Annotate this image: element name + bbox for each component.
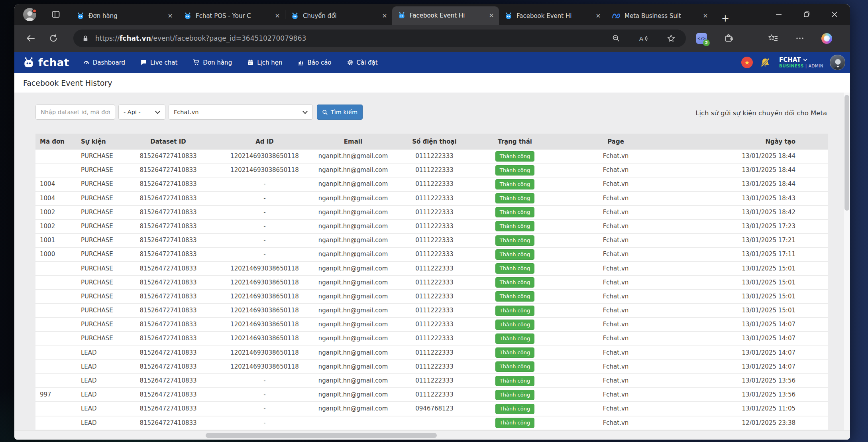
notification-dot-icon bbox=[32, 9, 37, 13]
collections-icon[interactable] bbox=[768, 34, 778, 43]
cell-su-kien: PURCHASE bbox=[77, 304, 120, 317]
tab-close-icon[interactable]: ✕ bbox=[701, 12, 710, 20]
nav-item-bao-cao[interactable]: Báo cáo bbox=[297, 59, 331, 66]
cell-su-kien: LEAD bbox=[77, 416, 120, 430]
tab-facebook-event-history-2[interactable]: Facebook Event Hi ✕ bbox=[499, 7, 606, 25]
tab-meta-business-suite[interactable]: Meta Business Suit ✕ bbox=[606, 7, 713, 25]
column-header-ad-id: Ad ID bbox=[216, 134, 313, 150]
cell-trang-thai: Thành công bbox=[476, 318, 554, 331]
cell-ngay-tao: 13/01/2025 13:56 bbox=[678, 388, 828, 401]
nav-item-label: Lịch hẹn bbox=[257, 59, 282, 66]
status-badge: Thành công bbox=[495, 165, 534, 176]
cell-ad-id: - bbox=[216, 416, 313, 430]
cell-ad-id: - bbox=[216, 402, 313, 415]
search-input[interactable] bbox=[35, 105, 115, 120]
column-header-so-dien-thoai: Số điện thoại bbox=[393, 134, 476, 150]
cell-so-dien-thoai: 0111222333 bbox=[393, 234, 476, 247]
meta-favicon-icon bbox=[612, 12, 621, 20]
nav-item-label: Báo cáo bbox=[307, 59, 331, 66]
cell-ad-id: 120214693038650118 bbox=[216, 318, 313, 331]
vertical-scrollbar-thumb[interactable] bbox=[844, 95, 849, 211]
cell-email: nganplt.hn@gmail.com bbox=[313, 150, 393, 163]
cell-ad-id: 120214693038650118 bbox=[216, 262, 313, 275]
tab-close-icon[interactable]: ✕ bbox=[273, 12, 282, 20]
cell-dataset-id: 815264727410833 bbox=[120, 402, 216, 415]
nav-item-dashboard[interactable]: Dashboard bbox=[83, 59, 125, 66]
back-icon[interactable] bbox=[26, 33, 36, 43]
horizontal-scrollbar-thumb[interactable] bbox=[206, 433, 437, 438]
table-row: 1004PURCHASE815264727410833-nganplt.hn@g… bbox=[35, 178, 828, 191]
vertical-scrollbar[interactable] bbox=[844, 93, 850, 430]
tab-don-hang[interactable]: Đơn hàng ✕ bbox=[71, 7, 178, 25]
page-select-value: Fchat.vn bbox=[174, 109, 298, 115]
cell-email: nganplt.hn@gmail.com bbox=[313, 388, 393, 401]
nav-item-live-chat[interactable]: Live chat bbox=[140, 59, 177, 66]
cell-ngay-tao: 13/01/2025 14:07 bbox=[678, 332, 828, 345]
address-bar[interactable]: https://fchat.vn/event/facebook?page_id=… bbox=[73, 30, 686, 47]
tab-facebook-event-history-active[interactable]: Facebook Event Hi ✕ bbox=[392, 6, 499, 25]
refresh-icon[interactable] bbox=[49, 34, 58, 43]
close-icon[interactable] bbox=[831, 11, 838, 18]
filter-bar: - Api - Fchat.vn Tìm kiếm bbox=[35, 105, 363, 120]
tab-close-icon[interactable]: ✕ bbox=[166, 12, 175, 20]
read-aloud-icon[interactable]: A bbox=[639, 34, 648, 43]
account-menu[interactable]: FCHAT BUSINESS|ADMIN bbox=[779, 56, 823, 69]
search-button[interactable]: Tìm kiếm bbox=[317, 105, 363, 120]
minimize-icon[interactable] bbox=[775, 11, 782, 18]
nav-item-cai-dat[interactable]: Cài đặt bbox=[347, 59, 378, 66]
nav-item-don-hang[interactable]: Đơn hàng bbox=[192, 59, 232, 66]
cell-su-kien: PURCHASE bbox=[77, 206, 120, 219]
lock-icon[interactable] bbox=[82, 35, 89, 42]
calendar-icon bbox=[247, 59, 254, 66]
tab-title: Fchat POS - Your C bbox=[196, 12, 271, 20]
account-chevron-icon bbox=[803, 58, 807, 61]
cell-dataset-id: 815264727410833 bbox=[120, 234, 216, 247]
cell-so-dien-thoai: 0111222333 bbox=[393, 332, 476, 345]
copilot-icon[interactable] bbox=[821, 33, 832, 44]
restore-icon[interactable] bbox=[803, 11, 810, 18]
new-tab-button[interactable]: + bbox=[719, 13, 731, 25]
cell-trang-thai: Thành công bbox=[476, 192, 554, 205]
cell-trang-thai: Thành công bbox=[476, 332, 554, 345]
table-row: PURCHASE81526472741083312021469303865011… bbox=[35, 304, 828, 318]
table-row: PURCHASE81526472741083312021469303865011… bbox=[35, 262, 828, 276]
tab-fchat-pos[interactable]: Fchat POS - Your C ✕ bbox=[178, 7, 285, 25]
cell-page: Fchat.vn bbox=[554, 402, 678, 415]
cell-email: nganplt.hn@gmail.com bbox=[313, 234, 393, 247]
cell-ngay-tao: 13/01/2025 14:07 bbox=[678, 360, 828, 373]
more-options-icon[interactable] bbox=[795, 34, 805, 43]
fchat-brand[interactable]: fchat bbox=[22, 57, 69, 69]
star-badge-icon[interactable]: ★ bbox=[741, 57, 753, 68]
horizontal-scrollbar[interactable] bbox=[14, 430, 850, 440]
cell-trang-thai: Thành công bbox=[476, 360, 554, 373]
api-select[interactable]: - Api - bbox=[118, 105, 165, 120]
user-avatar[interactable] bbox=[830, 55, 845, 70]
cell-su-kien: PURCHASE bbox=[77, 150, 120, 163]
cell-page: Fchat.vn bbox=[554, 290, 678, 303]
cell-ad-id: 120214693038650118 bbox=[216, 164, 313, 177]
page-subtitle: Lịch sử gửi sự kiện chuyển đổi cho Meta bbox=[695, 109, 827, 117]
nav-item-lich-hen[interactable]: Lịch hẹn bbox=[247, 59, 282, 66]
table-row: LEAD815264727410833-Thành côngFchat.vn12… bbox=[35, 416, 828, 430]
tab-close-icon[interactable]: ✕ bbox=[487, 11, 496, 20]
navbar-right: ★ FCHAT BUSINESS|ADMIN bbox=[741, 55, 845, 70]
cell-su-kien: PURCHASE bbox=[77, 234, 120, 247]
cell-page: Fchat.vn bbox=[554, 332, 678, 345]
zoom-out-icon[interactable] bbox=[612, 34, 621, 43]
cell-dataset-id: 815264727410833 bbox=[120, 374, 216, 387]
favorite-star-icon[interactable] bbox=[667, 34, 676, 43]
tab-actions-icon[interactable] bbox=[51, 10, 61, 19]
bell-muted-icon[interactable] bbox=[759, 57, 771, 68]
page-select[interactable]: Fchat.vn bbox=[169, 105, 313, 120]
extension-code-icon[interactable]: </>2 bbox=[696, 33, 707, 44]
tab-close-icon[interactable]: ✕ bbox=[594, 12, 603, 20]
tab-chuyen-doi[interactable]: Chuyển đổi ✕ bbox=[285, 7, 392, 25]
nav-menu: Dashboard Live chat Đơn hàng Lịch hẹn Bá… bbox=[83, 59, 378, 66]
extensions-puzzle-icon[interactable] bbox=[724, 33, 734, 43]
cell-so-dien-thoai: 0946768123 bbox=[393, 402, 476, 415]
status-badge: Thành công bbox=[495, 306, 534, 316]
cell-page: Fchat.vn bbox=[554, 346, 678, 359]
cell-email bbox=[313, 416, 393, 430]
cell-ma-don: 1004 bbox=[35, 178, 77, 191]
tab-close-icon[interactable]: ✕ bbox=[380, 12, 389, 20]
